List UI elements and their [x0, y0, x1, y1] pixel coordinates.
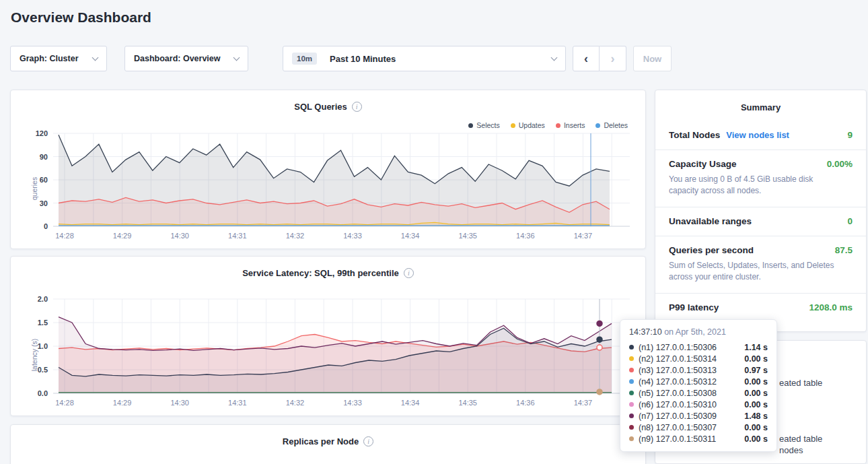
info-icon[interactable]: i	[352, 102, 362, 112]
qps-label: Queries per second	[669, 245, 754, 255]
now-button[interactable]: Now	[633, 46, 672, 71]
replicas-card: Replicas per Node i	[10, 424, 646, 464]
legend-dot-icon	[511, 123, 515, 128]
tooltip-row: (n1) 127.0.0.1:503061.14 s	[629, 341, 768, 353]
graph-selector-dropdown[interactable]: Graph: Cluster	[10, 46, 107, 71]
event-item-fragment[interactable]: eated table	[779, 378, 822, 388]
latency-chart[interactable]: 14:2814:2914:3014:3114:3214:3314:3414:35…	[21, 295, 635, 409]
total-nodes-label: Total Nodes	[669, 130, 720, 140]
sql-queries-title: SQL Queries i	[294, 102, 362, 112]
tooltip-row: (n8) 127.0.0.1:503070.00 s	[629, 422, 768, 433]
summary-unavailable-row: Unavailable ranges 0	[655, 207, 866, 236]
svg-text:14:33: 14:33	[343, 232, 362, 240]
svg-text:14:34: 14:34	[401, 232, 420, 240]
latency-title: Service Latency: SQL, 99th percentile i	[242, 268, 414, 278]
node-color-dot-icon	[629, 413, 634, 418]
qps-description: Sum of Selects, Updates, Inserts, and De…	[669, 260, 853, 284]
tooltip-node-label: (n4) 127.0.0.1:50312	[639, 377, 717, 387]
tooltip-node-value: 0.00 s	[744, 389, 768, 398]
tooltip-timestamp: 14:37:10 on Apr 5th, 2021	[629, 327, 768, 337]
tooltip-node-label: (n5) 127.0.0.1:50308	[639, 389, 717, 398]
p99-latency-label: P99 latency	[669, 302, 719, 312]
svg-text:14:28: 14:28	[55, 399, 74, 407]
latency-card: Service Latency: SQL, 99th percentile i …	[10, 256, 646, 416]
summary-panel: Summary Total Nodes View nodes list 9 Ca…	[655, 90, 867, 332]
tooltip-rows: (n1) 127.0.0.1:503061.14 s(n2) 127.0.0.1…	[629, 341, 768, 444]
legend-dot-icon	[595, 123, 600, 128]
sql-queries-card: SQL Queries i SelectsUpdatesInsertsDelet…	[10, 90, 646, 249]
dashboard-selector-label: Dashboard: Overview	[134, 54, 221, 63]
time-range-dropdown[interactable]: 10m Past 10 Minutes	[283, 46, 566, 71]
tooltip-node-value: 0.00 s	[744, 423, 768, 432]
sql-queries-chart[interactable]: 14:2814:2914:3014:3114:3214:3314:3414:35…	[21, 129, 635, 242]
tooltip-row: (n5) 127.0.0.1:503080.00 s	[629, 387, 768, 399]
tooltip-node-value: 0.97 s	[744, 366, 768, 375]
legend-dot-icon	[468, 123, 473, 128]
p99-latency-value: 1208.0 ms	[809, 302, 853, 312]
summary-p99-row: P99 latency 1208.0 ms	[655, 293, 866, 322]
svg-text:14:34: 14:34	[401, 399, 420, 407]
dashboard-selector-dropdown[interactable]: Dashboard: Overview	[124, 46, 248, 71]
legend-item-updates[interactable]: Updates	[511, 121, 545, 129]
node-color-dot-icon	[629, 379, 634, 384]
event-item-fragment[interactable]: eated table	[779, 434, 822, 444]
svg-text:14:35: 14:35	[458, 399, 477, 407]
legend-item-deletes[interactable]: Deletes	[595, 121, 628, 129]
summary-qps-row: Queries per second 87.5 Sum of Selects, …	[655, 236, 866, 293]
svg-text:14:28: 14:28	[55, 232, 74, 240]
tooltip-node-label: (n3) 127.0.0.1:50313	[639, 366, 717, 375]
time-prev-button[interactable]: ‹	[573, 46, 600, 71]
chart-title-text: SQL Queries	[294, 102, 347, 112]
chevron-down-icon	[233, 54, 240, 61]
svg-text:14:32: 14:32	[286, 399, 305, 407]
tooltip-row: (n2) 127.0.0.1:503140.00 s	[629, 353, 768, 364]
tooltip-time: 14:37:10	[629, 327, 662, 337]
graph-selector-label: Graph: Cluster	[20, 54, 79, 63]
event-item-fragment[interactable]: nodes	[779, 445, 803, 455]
capacity-label: Capacity Usage	[669, 159, 737, 169]
info-icon[interactable]: i	[404, 268, 414, 278]
legend-item-inserts[interactable]: Inserts	[556, 121, 585, 129]
summary-total-nodes-row: Total Nodes View nodes list 9	[655, 121, 866, 150]
svg-text:90: 90	[40, 153, 48, 161]
chevron-down-icon	[92, 54, 99, 61]
chart-title-text: Service Latency: SQL, 99th percentile	[242, 268, 399, 278]
legend-item-selects[interactable]: Selects	[468, 121, 499, 129]
summary-capacity-row: Capacity Usage 0.00% You are using 0 B o…	[655, 150, 866, 207]
capacity-description: You are using 0 B of 4.5 GiB usable disk…	[669, 174, 853, 197]
svg-text:0: 0	[44, 222, 48, 230]
svg-text:14:29: 14:29	[113, 232, 132, 240]
svg-text:30: 30	[40, 199, 48, 207]
tooltip-node-value: 0.00 s	[744, 434, 768, 444]
view-nodes-list-link[interactable]: View nodes list	[726, 130, 789, 140]
svg-text:0.0: 0.0	[38, 389, 48, 397]
tooltip-node-value: 0.00 s	[744, 377, 768, 387]
toolbar: Graph: Cluster Dashboard: Overview 10m P…	[10, 46, 672, 71]
tooltip-node-value: 1.48 s	[744, 411, 768, 421]
time-range-label: Past 10 Minutes	[330, 54, 396, 64]
tooltip-node-value: 1.14 s	[744, 343, 768, 352]
time-nav-group: ‹ ›	[573, 46, 626, 71]
svg-text:1.0: 1.0	[38, 342, 48, 350]
node-color-dot-icon	[629, 391, 634, 395]
tooltip-node-label: (n6) 127.0.0.1:50310	[639, 400, 717, 409]
tooltip-node-label: (n9) 127.0.0.1:50311	[639, 434, 716, 444]
svg-text:14:37: 14:37	[574, 399, 593, 407]
time-next-button[interactable]: ›	[600, 46, 626, 71]
svg-text:14:32: 14:32	[286, 232, 305, 240]
tooltip-node-label: (n1) 127.0.0.1:50306	[639, 343, 717, 352]
tooltip-row: (n7) 127.0.0.1:503091.48 s	[629, 410, 768, 422]
tooltip-row: (n6) 127.0.0.1:503100.00 s	[629, 399, 768, 410]
svg-text:14:36: 14:36	[516, 399, 535, 407]
node-color-dot-icon	[629, 425, 634, 430]
chart-legend: SelectsUpdatesInsertsDeletes	[468, 121, 628, 129]
info-icon[interactable]: i	[363, 436, 373, 446]
legend-dot-icon	[556, 123, 560, 128]
chevron-down-icon	[551, 54, 558, 61]
svg-text:14:30: 14:30	[170, 232, 189, 240]
time-range-badge: 10m	[292, 53, 317, 65]
svg-text:60: 60	[40, 176, 48, 184]
page-title: Overview Dashboard	[11, 9, 151, 26]
svg-text:14:36: 14:36	[516, 232, 535, 240]
unavailable-ranges-value: 0	[847, 216, 853, 226]
